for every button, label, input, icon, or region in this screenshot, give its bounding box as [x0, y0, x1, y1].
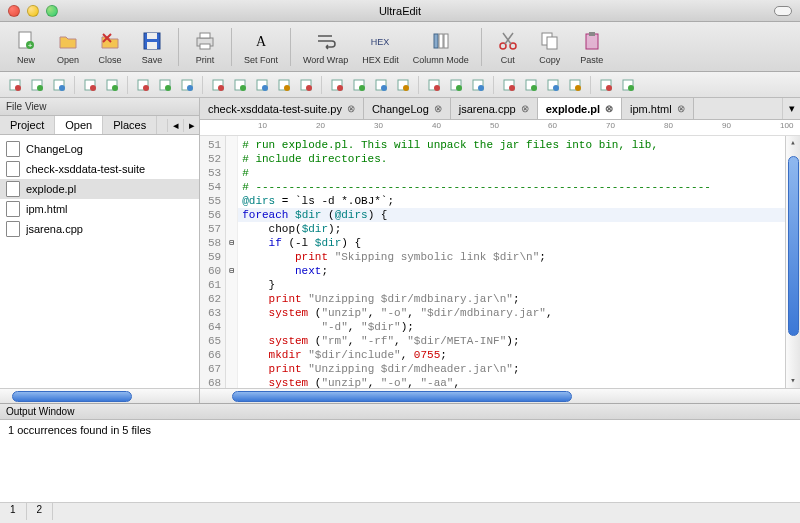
tabs-overflow-button[interactable]: ▾ [782, 98, 800, 119]
sidebar-tab-open[interactable]: Open [55, 116, 103, 134]
print-button[interactable]: Print [185, 26, 225, 67]
file-list-item[interactable]: ChangeLog [0, 139, 199, 159]
editor-tab[interactable]: check-xsddata-test-suite.py⊗ [200, 98, 364, 119]
output-body: 1 occurrences found in 5 files [0, 420, 800, 502]
ruler: 102030405060708090100 [200, 120, 800, 136]
close-button[interactable]: Close [90, 26, 130, 67]
toolbar2-button[interactable] [275, 76, 293, 94]
editor-tab[interactable]: explode.pl⊗ [538, 98, 622, 119]
sidebar-nav-arrow[interactable]: ◂ [167, 119, 183, 132]
hex-edit-button[interactable]: HEXHEX Edit [356, 26, 405, 67]
toolbar2-button[interactable] [566, 76, 584, 94]
toolbar2-button[interactable] [544, 76, 562, 94]
toolbar2-button[interactable] [447, 76, 465, 94]
close-window-button[interactable] [8, 5, 20, 17]
sidebar-tab-places[interactable]: Places [103, 116, 157, 134]
file-list-item[interactable]: jsarena.cpp [0, 219, 199, 239]
ruler-mark: 70 [606, 121, 615, 130]
file-list-item[interactable]: ipm.html [0, 199, 199, 219]
toolbar2-button[interactable] [597, 76, 615, 94]
toolbar2-button[interactable] [297, 76, 315, 94]
code-content[interactable]: # run explode.pl. This will unpack the j… [238, 136, 785, 388]
close-tab-icon[interactable]: ⊗ [677, 103, 685, 114]
toolbar2-button[interactable] [103, 76, 121, 94]
code-editor[interactable]: 5152535455565758596061626364656667686970… [200, 136, 800, 388]
toolbar2-button[interactable] [425, 76, 443, 94]
close-tab-icon[interactable]: ⊗ [434, 103, 442, 114]
open-button[interactable]: Open [48, 26, 88, 67]
file-list-item[interactable]: explode.pl [0, 179, 199, 199]
line-number: 52 [208, 152, 221, 166]
fold-marker[interactable]: ⊟ [226, 264, 237, 278]
output-tab[interactable]: 2 [27, 503, 54, 520]
fold-marker [226, 194, 237, 208]
zoom-window-button[interactable] [46, 5, 58, 17]
scrollbar-thumb[interactable] [12, 391, 132, 402]
editor-vscrollbar[interactable]: ▴ ▾ [785, 136, 800, 388]
editor-hscrollbar[interactable] [200, 388, 800, 403]
output-tabs: 12 [0, 502, 800, 520]
toolbar2-button[interactable] [619, 76, 637, 94]
editor-tab[interactable]: ipm.html⊗ [622, 98, 694, 119]
save-button[interactable]: Save [132, 26, 172, 67]
toolbar2-button[interactable] [231, 76, 249, 94]
svg-point-27 [59, 85, 65, 91]
toolbar2-button[interactable] [6, 76, 24, 94]
fold-marker[interactable]: ⊟ [226, 236, 237, 250]
close-tab-icon[interactable]: ⊗ [521, 103, 529, 114]
svg-point-65 [531, 85, 537, 91]
toolbar-item-label: Save [142, 55, 163, 65]
toolbar2-button[interactable] [156, 76, 174, 94]
editor-area: check-xsddata-test-suite.py⊗ChangeLog⊗js… [200, 98, 800, 403]
toolbar2-button[interactable] [350, 76, 368, 94]
minimize-window-button[interactable] [27, 5, 39, 17]
new-button[interactable]: +New [6, 26, 46, 67]
file-name-label: check-xsddata-test-suite [26, 163, 145, 175]
scrollbar-thumb[interactable] [232, 391, 572, 402]
toolbar2-button[interactable] [372, 76, 390, 94]
close-tab-icon[interactable]: ⊗ [605, 103, 613, 114]
sidebar-nav-arrow[interactable]: ▸ [183, 119, 199, 132]
scroll-down-arrow[interactable]: ▾ [786, 374, 800, 388]
toolbar-toggle-button[interactable] [774, 6, 792, 16]
file-list-item[interactable]: check-xsddata-test-suite [0, 159, 199, 179]
toolbar2-button[interactable] [50, 76, 68, 94]
output-tab[interactable]: 1 [0, 503, 27, 520]
toolbar2-button[interactable] [328, 76, 346, 94]
scroll-up-arrow[interactable]: ▴ [786, 136, 800, 150]
toolbar2-button[interactable] [178, 76, 196, 94]
editor-tab[interactable]: ChangeLog⊗ [364, 98, 451, 119]
set-font-button[interactable]: ASet Font [238, 26, 284, 67]
close-tab-icon[interactable]: ⊗ [347, 103, 355, 114]
toolbar2-button[interactable] [394, 76, 412, 94]
copy-button[interactable]: Copy [530, 26, 570, 67]
toolbar-item-label: Print [196, 55, 215, 65]
fold-marker [226, 278, 237, 292]
ruler-mark: 60 [548, 121, 557, 130]
line-number: 56 [208, 208, 221, 222]
toolbar2-button[interactable] [469, 76, 487, 94]
scrollbar-thumb[interactable] [788, 156, 799, 336]
paste-button[interactable]: Paste [572, 26, 612, 67]
toolbar2-button[interactable] [209, 76, 227, 94]
word-wrap-button[interactable]: Word Wrap [297, 26, 354, 67]
svg-point-29 [90, 85, 96, 91]
toolbar2-button[interactable] [134, 76, 152, 94]
sidebar-hscrollbar[interactable] [0, 388, 199, 403]
toolbar2-button[interactable] [81, 76, 99, 94]
sidebar-tab-project[interactable]: Project [0, 116, 55, 134]
cut-button[interactable]: Cut [488, 26, 528, 67]
line-number: 57 [208, 222, 221, 236]
toolbar2-button[interactable] [28, 76, 46, 94]
svg-rect-20 [586, 34, 598, 49]
editor-tab[interactable]: jsarena.cpp⊗ [451, 98, 538, 119]
toolbar2-button[interactable] [253, 76, 271, 94]
fold-marker [226, 138, 237, 152]
toolbar2-button[interactable] [522, 76, 540, 94]
svg-rect-13 [434, 34, 438, 48]
wrap-icon [312, 28, 340, 54]
svg-rect-19 [547, 37, 557, 49]
column-mode-button[interactable]: Column Mode [407, 26, 475, 67]
output-title: Output Window [0, 404, 800, 420]
toolbar2-button[interactable] [500, 76, 518, 94]
